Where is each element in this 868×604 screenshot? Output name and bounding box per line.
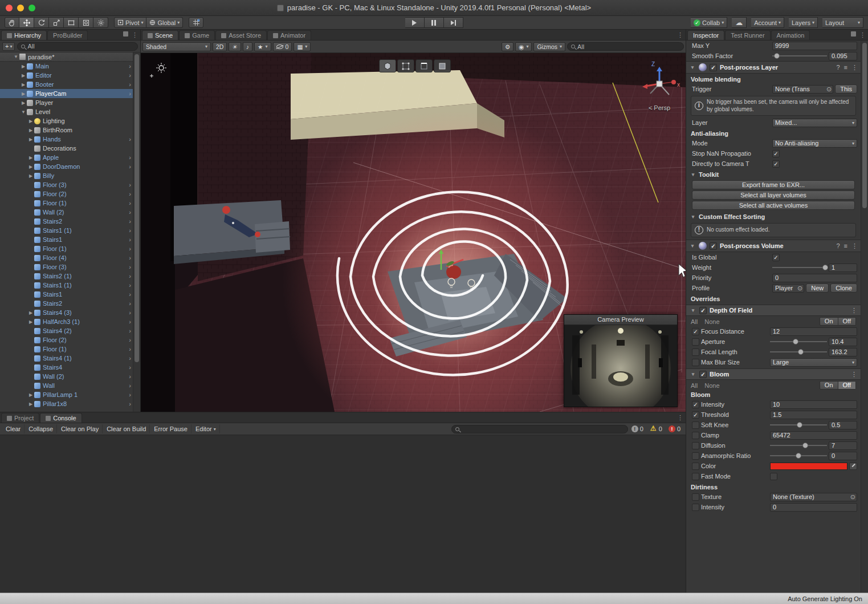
shading-mode-dropdown[interactable]: Shaded▾ (142, 42, 211, 51)
tab-test-runner[interactable]: Test Runner (725, 30, 770, 40)
dirtiness-override-checkbox[interactable] (692, 493, 699, 501)
bloom-override-checkbox[interactable] (692, 473, 699, 480)
override-menu-icon[interactable]: ⋮ (851, 307, 857, 314)
hierarchy-item-booter[interactable]: ▶Booter› (0, 80, 140, 89)
grid-visibility-dropdown[interactable]: ▦▾ (294, 42, 311, 51)
hierarchy-item-floor-4[interactable]: Floor (4)› (0, 253, 140, 262)
component-menu-icon[interactable]: ⋮ (851, 64, 858, 71)
hierarchy-item-floor-3[interactable]: Floor (3)› (0, 180, 140, 189)
stop-nan-checkbox[interactable]: ✓ (772, 150, 780, 157)
select-active-volumes-button[interactable]: Select all active volumes (692, 201, 855, 210)
help-icon[interactable]: ? (836, 64, 840, 71)
tab-menu-icon[interactable]: ⋮ (132, 31, 138, 39)
expand-arrow-icon[interactable]: ▶ (27, 155, 34, 160)
hand-tool-button[interactable] (5, 17, 19, 28)
tab-scene[interactable]: Scene (142, 30, 178, 40)
dof-all-button[interactable]: All (691, 318, 698, 325)
foldout-icon[interactable]: ▾ (689, 64, 696, 70)
hierarchy-item-floor-2[interactable]: Floor (2)› (0, 335, 140, 344)
prefab-chevron-icon[interactable]: › (129, 81, 131, 88)
scene-search-input[interactable]: All (567, 42, 684, 51)
rect-tool-button[interactable] (64, 17, 79, 28)
expand-arrow-icon[interactable]: ▶ (27, 164, 34, 169)
add-object-button[interactable]: +▾ (2, 42, 15, 51)
bloom-on-button[interactable]: On (820, 381, 838, 390)
hierarchy-item-billy[interactable]: ▶Billy (0, 171, 140, 180)
scene-tools-button[interactable]: ⚙ (502, 42, 514, 51)
editor-dropdown[interactable]: Editor▾ (192, 424, 220, 433)
inspector-scrollbar-thumb[interactable] (862, 43, 867, 208)
console-log-area[interactable] (0, 435, 686, 593)
dof-override-checkbox[interactable]: ✓ (692, 328, 699, 335)
layers-dropdown[interactable]: Layers▾ (789, 17, 818, 28)
foldout-icon[interactable]: ▾ (689, 243, 696, 249)
expand-arrow-icon[interactable]: ▶ (20, 82, 27, 87)
bloom-header[interactable]: ▾ ✓ Bloom ⋮ (686, 368, 861, 380)
info-count-toggle[interactable]: !0 (629, 425, 646, 432)
prefab-chevron-icon[interactable]: › (129, 373, 131, 380)
dirtiness-override-checkbox[interactable] (692, 504, 699, 511)
object-picker-icon[interactable]: ⊙ (797, 285, 802, 292)
perspective-label[interactable]: < Persp (638, 104, 681, 111)
pp-layer-header[interactable]: ▾ ✓ Post-process Layer ?≡⋮ (686, 61, 861, 74)
prefab-chevron-icon[interactable]: › (129, 327, 131, 334)
scale-tool-button[interactable] (49, 17, 64, 28)
prefab-chevron-icon[interactable]: › (129, 391, 131, 398)
inspector-scrollbar[interactable] (861, 40, 868, 593)
bloom-value-field[interactable]: 0 (829, 452, 857, 460)
prefab-chevron-icon[interactable]: › (129, 364, 131, 371)
prefab-chevron-icon[interactable]: › (129, 264, 131, 270)
hierarchy-item-wall-2[interactable]: Wall (2)› (0, 208, 140, 217)
layout-dropdown[interactable]: Layout▾ (822, 17, 863, 28)
hierarchy-item-floor-3[interactable]: Floor (3)› (0, 262, 140, 271)
prefab-chevron-icon[interactable]: › (129, 346, 131, 352)
face-mode-button[interactable] (434, 59, 451, 72)
hierarchy-item-floor-2[interactable]: Floor (2)› (0, 189, 140, 198)
hierarchy-item-stairs1-1[interactable]: Stairs1 (1)› (0, 226, 140, 235)
bloom-override-checkbox[interactable]: ✓ (692, 401, 699, 408)
scene-viewport[interactable]: Z x < Persp Camera Preview (141, 53, 686, 412)
bloom-override-checkbox[interactable] (692, 421, 699, 429)
hierarchy-item-apple[interactable]: ▶Apple› (0, 153, 140, 162)
tab-asset-store[interactable]: Asset Store (215, 30, 267, 40)
profile-clone-button[interactable]: Clone (830, 283, 857, 293)
this-button[interactable]: This (835, 84, 857, 94)
prefab-chevron-icon[interactable]: › (129, 300, 131, 307)
prefab-chevron-icon[interactable]: › (129, 318, 131, 325)
bloom-enabled-checkbox[interactable]: ✓ (699, 371, 707, 378)
hierarchy-item-player[interactable]: ▶Player (0, 98, 140, 107)
max-y-field[interactable]: 9999 (772, 42, 857, 50)
prefab-chevron-icon[interactable]: › (129, 355, 131, 362)
bloom-override-checkbox[interactable] (692, 442, 699, 449)
clear-on-build-button[interactable]: Clear on Build (103, 424, 150, 433)
cloud-button[interactable]: ☁ (732, 17, 747, 28)
prefab-chevron-icon[interactable]: › (129, 218, 131, 225)
tab-menu-icon[interactable]: ⋮ (859, 31, 866, 39)
tab-animator[interactable]: Animator (267, 30, 311, 40)
bloom-value-checkbox[interactable] (770, 473, 777, 480)
prefab-chevron-icon[interactable]: › (129, 227, 131, 234)
select-layer-volumes-button[interactable]: Select all layer volumes (692, 190, 855, 200)
clear-button[interactable]: Clear (2, 424, 25, 433)
dof-slider[interactable] (770, 338, 827, 346)
smooth-factor-slider[interactable] (772, 52, 827, 60)
rotate-tool-button[interactable] (34, 17, 49, 28)
bloom-slider[interactable] (770, 421, 827, 429)
expand-arrow-icon[interactable]: ▶ (27, 173, 34, 179)
expand-arrow-icon[interactable]: ▶ (20, 100, 27, 106)
bloom-none-button[interactable]: None (704, 382, 719, 389)
expand-arrow-icon[interactable]: ▶ (27, 119, 34, 124)
step-button[interactable] (444, 17, 463, 28)
bloom-off-button[interactable]: Off (838, 381, 856, 390)
tab-animation[interactable]: Animation (771, 30, 810, 40)
lock-icon[interactable] (851, 31, 856, 37)
scene-audio-button[interactable]: ♪ (243, 42, 252, 51)
expand-arrow-icon[interactable]: ▶ (27, 310, 34, 315)
bloom-value-field[interactable]: 10 (770, 400, 857, 409)
object-picker-icon[interactable]: ⊙ (826, 86, 832, 93)
profile-new-button[interactable]: New (806, 283, 829, 293)
prefab-chevron-icon[interactable]: › (129, 245, 131, 252)
hierarchy-item-floor-1[interactable]: Floor (1)› (0, 244, 140, 253)
priority-field[interactable]: 0 (772, 274, 857, 282)
error-pause-button[interactable]: Error Pause (150, 424, 191, 433)
